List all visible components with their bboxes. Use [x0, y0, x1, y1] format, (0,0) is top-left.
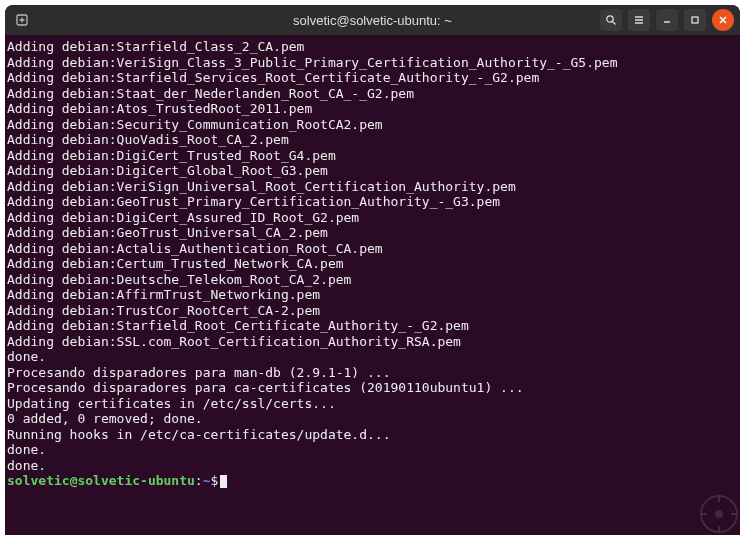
- prompt-colon: :: [195, 473, 203, 488]
- prompt-user: solvetic: [7, 473, 70, 488]
- terminal-line: 0 added, 0 removed; done.: [7, 411, 738, 427]
- titlebar: solvetic@solvetic-ubuntu: ~: [5, 5, 740, 35]
- terminal-line: Adding debian:Starfield_Services_Root_Ce…: [7, 70, 738, 86]
- prompt-sigil: $: [211, 473, 219, 488]
- terminal-line: Procesando disparadores para ca-certific…: [7, 380, 738, 396]
- prompt-path: ~: [203, 473, 211, 488]
- terminal-line: Adding debian:GeoTrust_Primary_Certifica…: [7, 194, 738, 210]
- terminal-line: Adding debian:GeoTrust_Universal_CA_2.pe…: [7, 225, 738, 241]
- terminal-line: Adding debian:Starfield_Class_2_CA.pem: [7, 39, 738, 55]
- terminal-line: Adding debian:DigiCert_Assured_ID_Root_G…: [7, 210, 738, 226]
- terminal-line: Updating certificates in /etc/ssl/certs.…: [7, 396, 738, 412]
- terminal-line: done.: [7, 458, 738, 474]
- window-title: solvetic@solvetic-ubuntu: ~: [161, 13, 584, 28]
- terminal-line: Adding debian:DigiCert_Global_Root_G3.pe…: [7, 163, 738, 179]
- maximize-icon: [689, 14, 701, 26]
- terminal-line: Adding debian:Actalis_Authentication_Roo…: [7, 241, 738, 257]
- terminal-line: Adding debian:Security_Communication_Roo…: [7, 117, 738, 133]
- terminal-line: Adding debian:Deutsche_Telekom_Root_CA_2…: [7, 272, 738, 288]
- svg-rect-9: [692, 17, 698, 23]
- search-icon: [605, 14, 617, 26]
- terminal-line: Adding debian:Atos_TrustedRoot_2011.pem: [7, 101, 738, 117]
- terminal-line: Running hooks in /etc/ca-certificates/up…: [7, 427, 738, 443]
- hamburger-icon: [633, 14, 645, 26]
- minimize-button[interactable]: [656, 9, 678, 31]
- prompt-host: solvetic-ubuntu: [77, 473, 194, 488]
- terminal-line: Adding debian:VeriSign_Class_3_Public_Pr…: [7, 55, 738, 71]
- terminal-line: Adding debian:Starfield_Root_Certificate…: [7, 318, 738, 334]
- terminal-line: Adding debian:Certum_Trusted_Network_CA.…: [7, 256, 738, 272]
- terminal-viewport[interactable]: Adding debian:Starfield_Class_2_CA.pemAd…: [5, 35, 740, 535]
- terminal-line: done.: [7, 442, 738, 458]
- prompt-line[interactable]: solvetic@solvetic-ubuntu:~$: [7, 473, 738, 489]
- terminal-line: Adding debian:SSL.com_Root_Certification…: [7, 334, 738, 350]
- terminal-line: Adding debian:AffirmTrust_Networking.pem: [7, 287, 738, 303]
- search-button[interactable]: [600, 9, 622, 31]
- terminal-line: Adding debian:DigiCert_Trusted_Root_G4.p…: [7, 148, 738, 164]
- terminal-line: done.: [7, 349, 738, 365]
- minimize-icon: [661, 14, 673, 26]
- close-button[interactable]: [712, 9, 734, 31]
- svg-point-3: [607, 16, 613, 22]
- menu-button[interactable]: [628, 9, 650, 31]
- terminal-line: Adding debian:QuoVadis_Root_CA_2.pem: [7, 132, 738, 148]
- svg-line-4: [613, 22, 616, 25]
- terminal-line: Procesando disparadores para man-db (2.9…: [7, 365, 738, 381]
- terminal-line: Adding debian:Staat_der_Nederlanden_Root…: [7, 86, 738, 102]
- close-icon: [718, 15, 728, 25]
- terminal-line: Adding debian:VeriSign_Universal_Root_Ce…: [7, 179, 738, 195]
- terminal-line: Adding debian:TrustCor_RootCert_CA-2.pem: [7, 303, 738, 319]
- terminal-window: solvetic@solvetic-ubuntu: ~ Adding debia…: [5, 5, 740, 535]
- new-tab-button[interactable]: [11, 9, 33, 31]
- maximize-button[interactable]: [684, 9, 706, 31]
- cursor: [220, 475, 227, 488]
